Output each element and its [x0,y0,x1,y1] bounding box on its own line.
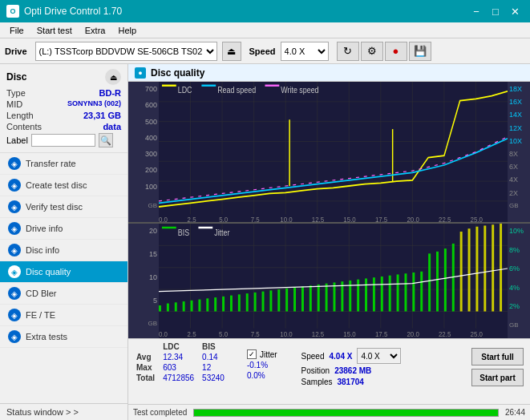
speed-select[interactable]: 4.0 X [281,42,329,61]
create-test-disc-label: Create test disc [26,180,87,190]
avg-bis-value: 0.14 [200,352,231,362]
menu-help[interactable]: Help [111,24,143,37]
svg-text:10.0: 10.0 [280,329,292,338]
svg-rect-59 [222,297,225,312]
max-ldc-value: 603 [161,362,200,373]
maximize-button[interactable]: □ [487,4,504,18]
disc-type-row: Type BD-R [6,88,121,98]
footer: Test completed 26:44 [128,404,530,420]
speed-select2[interactable]: 4.0 X [357,348,401,364]
chart1-y-axis: 700 600 500 400 300 200 100 GB [128,82,159,222]
verify-test-disc-label: Verify test disc [26,202,83,212]
max-label: Max [135,362,161,373]
disc-label-row: Label 🔍 [6,133,121,147]
sidebar-item-extra-tests[interactable]: ◈ Extra tests [0,326,127,348]
svg-rect-55 [191,301,193,312]
svg-rect-73 [334,282,336,311]
sidebar-item-transfer-rate[interactable]: ◈ Transfer rate [0,153,127,175]
eject-button[interactable]: ⏏ [222,42,241,61]
verify-test-disc-icon: ◈ [8,200,21,213]
disc-contents-row: Contents data [6,122,121,131]
sidebar-item-verify-test-disc[interactable]: ◈ Verify test disc [0,196,127,218]
disc-label-input[interactable] [31,134,95,147]
disc-contents-label: Contents [6,122,42,131]
menu-extra[interactable]: Extra [79,24,112,37]
svg-rect-69 [301,286,304,311]
svg-rect-93 [492,224,494,311]
menubar: File Start test Extra Help [0,22,530,38]
svg-text:Read speed: Read speed [217,85,256,95]
start-full-button[interactable]: Start full [471,348,524,365]
svg-text:22.5: 22.5 [439,215,451,222]
svg-rect-66 [277,289,280,311]
total-bis-value: 53240 [200,373,231,383]
svg-rect-36 [159,224,508,338]
minimize-button[interactable]: − [467,4,485,18]
app-icon: O [6,5,19,18]
disc-length-label: Length [6,111,34,120]
svg-rect-95 [162,227,176,228]
svg-text:5.0: 5.0 [219,215,228,222]
refresh-button[interactable]: ↻ [337,42,359,61]
svg-text:12.5: 12.5 [312,215,325,222]
status-window-button[interactable]: Status window > > [0,403,127,420]
svg-text:Write speed: Write speed [281,85,318,95]
disc-length-row: Length 23,31 GB [6,111,121,120]
svg-text:25.0: 25.0 [471,215,483,222]
svg-rect-67 [285,289,288,312]
disc-quality-icon: ◈ [8,265,21,278]
disc-type-value: BD-R [99,88,122,98]
speed-label: Speed [249,46,276,56]
charts-container: 700 600 500 400 300 200 100 GB [128,82,530,338]
status-window-label: Status window > > [6,407,79,417]
svg-text:7.5: 7.5 [251,329,260,338]
sidebar-item-cd-bler[interactable]: ◈ CD Bler [0,283,127,305]
sidebar-item-disc-info[interactable]: ◈ Disc info [0,240,127,261]
svg-rect-56 [198,299,200,311]
record-button[interactable]: ● [385,42,407,61]
sidebar-item-drive-info[interactable]: ◈ Drive info [0,218,127,240]
drive-select[interactable]: (L:) TSSTcorp BDDVDW SE-506CB TS02 [35,42,217,61]
action-buttons: Start full Start part [471,348,524,386]
footer-status: Test completed [133,408,187,417]
svg-rect-81 [397,274,399,311]
svg-rect-62 [246,293,249,311]
disc-label-btn[interactable]: 🔍 [99,133,113,147]
total-label: Total [135,373,161,383]
disc-mid-value: SONYNN3 (002) [67,99,121,109]
cd-bler-icon: ◈ [8,287,21,300]
titlebar: O Opti Drive Control 1.70 − □ ✕ [0,0,530,22]
chart2-svg: BIS Jitter 0.0 2.5 5.0 7.5 10.0 12.5 15.… [159,224,508,338]
sidebar-item-disc-quality[interactable]: ◈ Disc quality [0,261,127,283]
svg-text:15.0: 15.0 [343,215,356,222]
disc-info-icon: ◈ [8,244,21,256]
svg-rect-21 [201,85,216,87]
settings-button[interactable]: ⚙ [361,42,383,61]
disc-eject-icon[interactable]: ⏏ [105,69,121,85]
jitter-checkbox[interactable]: ✓ [247,349,257,359]
app-title: Opti Drive Control 1.70 [24,6,122,17]
menu-start-test[interactable]: Start test [30,24,79,37]
svg-text:2.5: 2.5 [188,329,196,338]
start-part-button[interactable]: Start part [471,369,524,386]
sidebar-item-create-test-disc[interactable]: ◈ Create test disc [0,175,127,196]
svg-text:0.0: 0.0 [159,329,168,338]
disc-length-value: 23,31 GB [83,111,121,120]
chart1-ldc: 700 600 500 400 300 200 100 GB [128,82,530,224]
disc-label-key: Label [6,135,28,145]
svg-rect-76 [357,280,359,312]
svg-rect-65 [269,290,272,311]
titlebar-left: O Opti Drive Control 1.70 [6,5,122,18]
svg-text:22.5: 22.5 [439,329,451,338]
menu-file[interactable]: File [3,24,30,37]
chart1-area: LDC Read speed Write speed 0.0 2.5 5.0 7… [159,82,508,222]
svg-rect-58 [214,297,216,311]
progress-fill [194,410,498,416]
sidebar-item-fe-te[interactable]: ◈ FE / TE [0,305,127,326]
close-button[interactable]: ✕ [506,4,524,18]
jitter-section: ✓ Jitter -0.1% 0.0% [247,349,277,380]
stats-table: LDC BIS Avg 12.34 0.14 Max 603 12 Tota [135,341,231,383]
save-button[interactable]: 💾 [409,42,431,61]
svg-rect-23 [265,85,279,87]
quality-title: Disc quality [151,67,204,79]
